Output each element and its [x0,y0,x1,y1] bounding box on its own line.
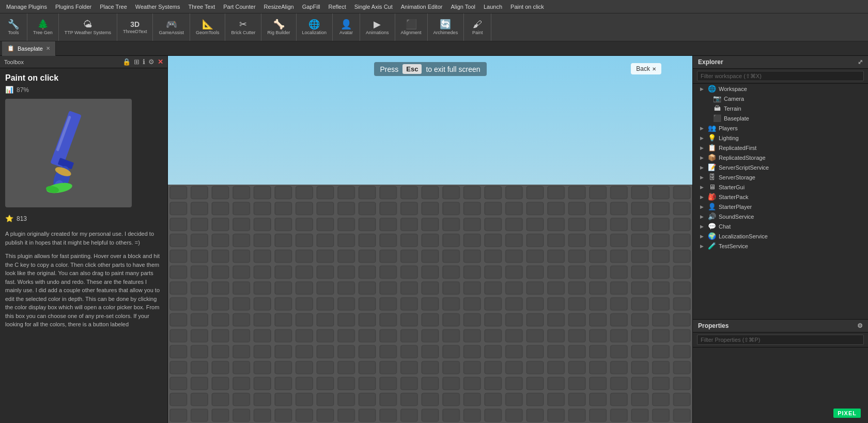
baseplate-icon: 📋 [7,45,14,52]
back-button[interactable]: Back ✕ [631,63,661,74]
tree-item-testservice[interactable]: ▶ 🧪 TestService [693,241,868,251]
tree-item-starterpack[interactable]: ▶ 🎒 StarterPack [693,192,868,202]
toolbox-lock-icon[interactable]: 🔒 [122,58,131,66]
ribbon-label-weather: TTP Weather Systems [65,30,111,35]
tree-item-serverscriptservice[interactable]: ▶ 📝 ServerScriptService [693,162,868,172]
menu-animation-editor[interactable]: Animation Editor [397,0,447,13]
testservice-label: TestService [719,243,748,249]
players-label: Players [719,125,738,131]
explorer-header: Explorer ⤢ [693,56,868,69]
tree-item-replicatedstorage[interactable]: ▶ 📦 ReplicatedStorage [693,153,868,162]
esc-key: Esc [402,64,422,74]
ribbon-group-avatar: 👤 Avatar [333,13,360,41]
menu-resizealign[interactable]: ResizeAlign [260,0,298,13]
tree-item-camera[interactable]: 📷 Camera [693,94,868,103]
pixel-watermark: PIXEL [833,409,861,418]
tab-baseplate[interactable]: 📋 Baseplate ✕ [2,41,56,56]
ribbon-btn-avatar[interactable]: 👤 Avatar [336,19,357,36]
toolbox-grid-icon[interactable]: ⊞ [134,58,140,66]
menu-launch[interactable]: Launch [479,0,506,13]
ribbon-btn-paint[interactable]: 🖌 Paint [467,19,488,36]
serverstorage-label: ServerStorage [719,174,755,180]
animations-icon: ▶ [374,20,381,29]
back-close-icon: ✕ [652,66,656,72]
toolbox-settings-icon[interactable]: ⚙ [148,58,154,66]
terrain-icon: 🏔 [713,104,721,112]
ribbon-label-animations: Animations [366,30,389,35]
tree-item-workspace[interactable]: ▶ 🌐 Workspace [693,84,868,94]
esc-notice: Press Esc to exit full screen [374,62,487,76]
replicatedstorage-arrow: ▶ [700,155,705,160]
tree-item-terrain[interactable]: 🏔 Terrain [693,103,868,113]
ribbon-label-geomtools: GeomTools [196,30,220,35]
properties-filter-bar [693,333,868,348]
menu-gapfill[interactable]: GapFill [298,0,324,13]
menu-weather-systems[interactable]: Weather Systems [131,0,184,13]
ribbon-btn-treegen[interactable]: 🌲 Tree Gen [30,19,55,36]
menu-paint-on-click[interactable]: Paint on click [506,0,548,13]
toolbox-close-icon[interactable]: ✕ [158,58,163,66]
tree-item-chat[interactable]: ▶ 💬 Chat [693,221,868,231]
toolbox-info-icon[interactable]: ℹ [143,58,145,66]
menu-bar: Manage Plugins Plugins Folder Place Tree… [0,0,868,13]
tree-item-startergui[interactable]: ▶ 🖥 StarterGui [693,182,868,192]
tab-close-baseplate[interactable]: ✕ [46,46,50,51]
ribbon-btn-animations[interactable]: ▶ Animations [363,19,392,36]
3dtext-icon: 3D [130,21,140,28]
esc-text-after: to exit full screen [426,65,480,73]
localizationservice-label: LocalizationService [719,233,768,239]
players-arrow: ▶ [700,126,705,131]
serverscriptservice-label: ServerScriptService [719,164,769,171]
ribbon-btn-brickcutter[interactable]: ✂ Brick Cutter [228,19,258,36]
localization-icon: 🌐 [308,20,320,29]
tree-item-replicatedfirst[interactable]: ▶ 📋 ReplicatedFirst [693,143,868,153]
ribbon-btn-gameassist[interactable]: 🎮 GameAssist [156,19,187,36]
explorer-expand-icon[interactable]: ⤢ [858,58,863,66]
properties-title: Properties [698,322,729,329]
ribbon-btn-3dtext[interactable]: 3D ThreeDText [120,20,150,35]
tree-item-starterplayer[interactable]: ▶ 👤 StarterPlayer [693,202,868,212]
menu-part-counter[interactable]: Part Counter [219,0,259,13]
plugin-stars: ⭐ 813 [5,215,162,222]
ribbon-btn-geomtools[interactable]: 📐 GeomTools [193,19,222,36]
paint-icon: 🖌 [473,20,482,29]
ribbon-group-brickcutter: ✂ Brick Cutter [225,13,261,41]
replicatedfirst-arrow: ▶ [700,145,705,150]
ribbon-label-brickcutter: Brick Cutter [231,30,255,35]
ribbon-btn-archimedes[interactable]: 🔄 Archimedes [431,19,461,36]
properties-filter-input[interactable] [697,335,864,345]
explorer-filter-input[interactable] [697,71,864,81]
tree-item-baseplate[interactable]: ⬛ Baseplate [693,113,868,123]
tree-item-localizationservice[interactable]: ▶ 🌍 LocalizationService [693,231,868,241]
menu-manage-plugins[interactable]: Manage Plugins [2,0,51,13]
replicatedfirst-label: ReplicatedFirst [719,145,756,151]
replicatedstorage-label: ReplicatedStorage [719,155,766,161]
menu-place-tree[interactable]: Place Tree [96,0,131,13]
menu-reflect[interactable]: Reflect [324,0,350,13]
soundservice-label: SoundService [719,214,754,220]
tree-item-players[interactable]: ▶ 👥 Players [693,123,868,133]
ribbon-btn-weather[interactable]: 🌤 TTP Weather Systems [62,19,114,36]
plugin-title: Paint on click [5,73,162,83]
properties-header: Properties ⚙ [693,320,868,333]
ribbon-btn-localization[interactable]: 🌐 Localization [300,19,330,36]
ribbon-btn-tools[interactable]: 🔧 Tools [3,19,24,36]
menu-plugins-folder[interactable]: Plugins Folder [51,0,96,13]
testservice-icon: 🧪 [708,242,716,250]
ribbon-btn-alignment[interactable]: ⬛ Alignment [398,19,424,36]
approval-icon: 📊 [5,86,13,94]
tab-baseplate-label: Baseplate [18,46,43,52]
ribbon-label-3dtext: ThreeDText [123,29,147,34]
tree-item-serverstorage[interactable]: ▶ 🗄 ServerStorage [693,172,868,182]
ribbon-label-rigbuilder: Rig Builder [267,30,290,35]
tree-item-lighting[interactable]: ▶ 💡 Lighting [693,133,868,143]
tree-item-soundservice[interactable]: ▶ 🔊 SoundService [693,212,868,221]
menu-align-tool[interactable]: Align Tool [446,0,479,13]
menu-three-text[interactable]: Three Text [184,0,219,13]
startergui-label: StarterGui [719,184,745,190]
soundservice-arrow: ▶ [700,214,705,219]
ribbon-btn-rigbuilder[interactable]: 🦴 Rig Builder [265,19,292,36]
menu-single-axis-cut[interactable]: Single Axis Cut [350,0,397,13]
ribbon-label-avatar: Avatar [339,30,353,35]
properties-expand-icon[interactable]: ⚙ [857,322,863,329]
